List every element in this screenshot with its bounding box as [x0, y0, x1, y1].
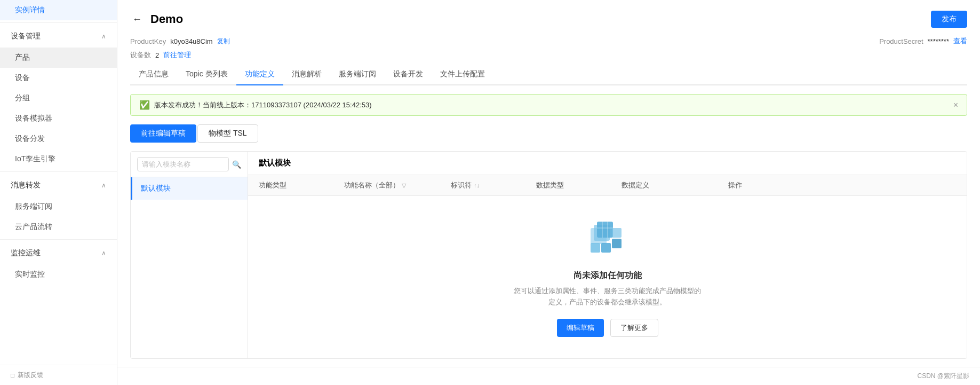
success-banner: ✅ 版本发布成功！当前线上版本：1711093373107 (2024/03/2…	[130, 94, 967, 116]
edit-draft-button[interactable]: 编辑草稿	[557, 319, 604, 337]
tab-file-upload[interactable]: 文件上传配置	[432, 64, 493, 85]
search-icon[interactable]: 🔍	[232, 160, 241, 169]
sidebar-item-instance-detail[interactable]: 实例详情	[0, 0, 117, 20]
empty-actions: 编辑草稿 了解更多	[557, 319, 658, 337]
sidebar-header-device-management[interactable]: 设备管理 ∧	[0, 25, 117, 48]
th-operation: 操作	[728, 180, 792, 190]
left-panel: 🔍 默认模块	[131, 152, 248, 358]
feedback-icon: □	[11, 372, 14, 379]
sub-tab-tsl[interactable]: 物模型 TSL	[197, 124, 258, 143]
svg-rect-2	[597, 222, 613, 238]
default-module-item[interactable]: 默认模块	[131, 177, 248, 200]
success-icon: ✅	[139, 100, 150, 110]
sidebar-item-device-simulator[interactable]: 设备模拟器	[0, 108, 117, 129]
th-data-definition: 数据定义	[622, 180, 728, 190]
product-key-item: ProductKey k0yo34u8Cim 复制	[130, 37, 230, 46]
svg-rect-7	[601, 243, 611, 253]
sidebar-item-cloud-transfer[interactable]: 云产品流转	[0, 217, 117, 237]
tab-device-develop[interactable]: 设备开发	[385, 64, 432, 85]
sidebar-item-group[interactable]: 分组	[0, 88, 117, 108]
chevron-up-icon: ∧	[101, 33, 106, 40]
chevron-up-icon: ∧	[101, 182, 106, 189]
sidebar-item-device[interactable]: 设备	[0, 68, 117, 88]
sidebar-item-iot-twin[interactable]: IoT孪生引擎	[0, 149, 117, 169]
panel-layout: 🔍 默认模块 默认模块 功能类型 功能名称（全部）	[130, 151, 967, 359]
content-area: ← Demo 发布 ProductKey k0yo34u8Cim 复制 Prod…	[117, 0, 980, 367]
sort-icon[interactable]: ↑↓	[474, 182, 480, 188]
chevron-up-icon: ∧	[101, 249, 106, 257]
empty-state: 尚未添加任何功能 您可以通过添加属性、事件、服务三类功能完成产品物模型的定义，产…	[248, 196, 967, 358]
empty-cube-icon	[586, 217, 629, 262]
empty-description: 您可以通过添加属性、事件、服务三类功能完成产品物模型的定义，产品下的设备都会继承…	[512, 286, 704, 308]
watermark-text: CSDN @紫阡星影	[917, 372, 969, 380]
module-search-input[interactable]	[137, 157, 229, 171]
th-function-type: 功能类型	[259, 180, 344, 190]
device-count-item: 设备数 2 前往管理	[130, 50, 191, 60]
sidebar-header-message-forwarding[interactable]: 消息转发 ∧	[0, 174, 117, 197]
sub-tabs: 前往编辑草稿 物模型 TSL	[130, 124, 967, 143]
page-title: Demo	[150, 12, 183, 26]
right-panel-title: 默认模块	[248, 152, 967, 175]
tabs-bar: 产品信息 Topic 类列表 功能定义 消息解析 服务端订阅 设备开发 文件上传…	[130, 64, 967, 85]
success-banner-content: ✅ 版本发布成功！当前线上版本：1711093373107 (2024/03/2…	[139, 100, 372, 110]
meta-row-2: 设备数 2 前往管理	[130, 50, 967, 60]
search-row: 🔍	[131, 152, 248, 177]
sidebar: 实例详情 设备管理 ∧ 产品 设备 分组 设备模拟器 设备分发 IoT孪生引擎 …	[0, 0, 117, 385]
th-function-name: 功能名称（全部） ▽	[344, 180, 451, 190]
sidebar-item-server-subscribe[interactable]: 服务端订阅	[0, 197, 117, 217]
close-banner-button[interactable]: ×	[953, 100, 958, 110]
table-header: 功能类型 功能名称（全部） ▽ 标识符 ↑↓ 数据类型 数据定义	[248, 175, 967, 196]
copy-product-key-button[interactable]: 复制	[217, 37, 230, 46]
product-secret-item: ProductSecret ******** 查看	[879, 36, 967, 46]
empty-title: 尚未添加任何功能	[573, 270, 642, 281]
filter-icon[interactable]: ▽	[402, 182, 406, 189]
sub-tab-edit-draft[interactable]: 前往编辑草稿	[130, 124, 196, 143]
page-title-row: ← Demo	[130, 12, 183, 26]
footer-bar: CSDN @紫阡星影	[117, 367, 980, 385]
manage-devices-link[interactable]: 前往管理	[163, 50, 191, 60]
tab-function-definition[interactable]: 功能定义	[236, 64, 283, 85]
svg-rect-6	[591, 243, 600, 253]
tab-product-info[interactable]: 产品信息	[130, 64, 177, 85]
publish-button[interactable]: 发布	[931, 11, 967, 28]
tab-server-subscribe[interactable]: 服务端订阅	[330, 64, 385, 85]
tab-message-parse[interactable]: 消息解析	[283, 64, 330, 85]
svg-rect-8	[612, 239, 622, 248]
sidebar-item-product[interactable]: 产品	[0, 48, 117, 68]
back-button[interactable]: ←	[130, 14, 144, 25]
feedback-button[interactable]: □ 新版反馈	[0, 365, 117, 385]
svg-rect-9	[612, 228, 622, 238]
sidebar-header-monitor[interactable]: 监控运维 ∧	[0, 242, 117, 264]
meta-row-1: ProductKey k0yo34u8Cim 复制 ProductSecret …	[130, 36, 967, 46]
main-content: ← Demo 发布 ProductKey k0yo34u8Cim 复制 Prod…	[117, 0, 980, 385]
th-identifier: 标识符 ↑↓	[451, 180, 536, 190]
th-data-type: 数据类型	[536, 180, 622, 190]
sidebar-item-realtime-monitor[interactable]: 实时监控	[0, 264, 117, 285]
sidebar-item-device-distribution[interactable]: 设备分发	[0, 129, 117, 149]
right-panel: 默认模块 功能类型 功能名称（全部） ▽ 标识符 ↑↓	[248, 152, 967, 358]
learn-more-button[interactable]: 了解更多	[610, 319, 658, 337]
view-secret-link[interactable]: 查看	[953, 36, 967, 46]
tab-topic-list[interactable]: Topic 类列表	[177, 64, 236, 85]
page-header: ← Demo 发布	[130, 11, 967, 28]
